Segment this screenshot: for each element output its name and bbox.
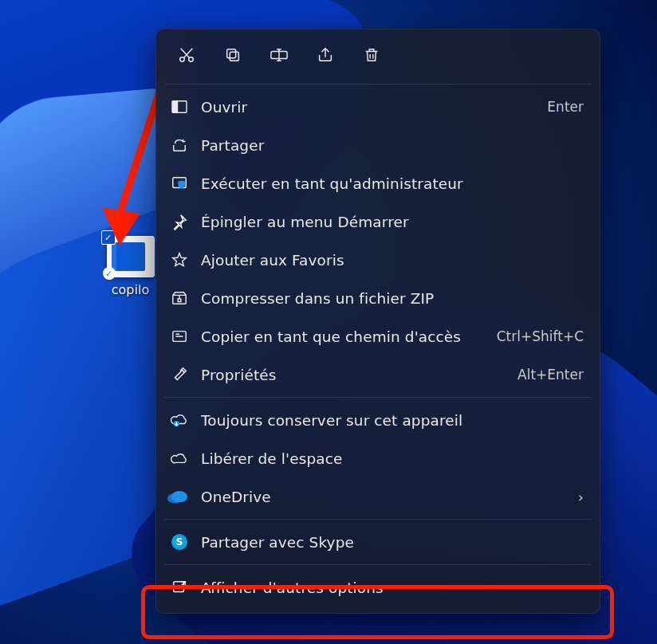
menu-separator [164,564,592,565]
scissors-icon [178,46,195,64]
onedrive-icon [169,487,190,506]
trash-icon [363,46,380,64]
rename-button[interactable] [258,37,300,73]
share-icon [317,46,334,64]
shield-admin-icon [169,174,190,193]
cloud-download-icon [169,410,190,430]
open-menu-item[interactable]: Ouvrir Enter [161,88,595,126]
share-arrow-icon [169,135,190,155]
context-menu-toolbar [161,36,595,80]
menu-item-label: Toujours conserver sur cet appareil [201,412,584,429]
menu-item-label: Partager avec Skype [201,534,584,551]
menu-item-label: Afficher d'autres options [201,579,584,596]
wrench-icon [169,365,190,384]
selected-checkmark-icon: ✓ [101,230,116,245]
svg-rect-5 [227,49,236,58]
share-with-skype-menu-item[interactable]: S Partager avec Skype [161,523,595,561]
delete-button[interactable] [351,37,392,73]
chevron-right-icon: › [578,489,584,505]
svg-rect-8 [172,101,178,112]
pin-icon [169,212,190,231]
zip-icon [169,289,190,308]
menu-item-shortcut: Alt+Enter [517,367,584,383]
copy-icon [224,46,242,64]
share-menu-item[interactable]: Partager [161,126,595,164]
star-icon [169,250,190,269]
menu-item-label: OneDrive [201,489,567,505]
menu-item-label: Copier en tant que chemin d'accès [201,328,486,345]
compress-zip-menu-item[interactable]: Compresser dans un fichier ZIP [161,279,595,317]
show-more-options-menu-item[interactable]: Afficher d'autres options [161,568,595,607]
menu-separator [164,519,592,520]
menu-item-label: Libérer de l'espace [201,450,584,467]
properties-menu-item[interactable]: Propriétés Alt+Enter [161,355,595,394]
pin-to-start-menu-item[interactable]: Épingler au menu Démarrer [161,202,595,241]
onedrive-menu-item[interactable]: OneDrive › [161,477,595,516]
menu-item-label: Partager [201,137,584,154]
file-thumbnail: ✓ ✓ [107,236,155,277]
open-with-icon [169,578,190,597]
svg-rect-4 [230,52,238,61]
cloud-icon [169,449,190,468]
svg-rect-12 [174,582,184,592]
rename-icon [269,46,289,64]
open-icon [169,97,190,116]
skype-icon: S [169,532,190,552]
add-to-favorites-menu-item[interactable]: Ajouter aux Favoris [161,241,595,279]
free-up-space-menu-item[interactable]: Libérer de l'espace [161,439,595,477]
menu-item-shortcut: Enter [547,99,584,115]
copy-as-path-menu-item[interactable]: Copier en tant que chemin d'accès Ctrl+S… [161,317,595,355]
run-as-admin-menu-item[interactable]: Exécuter en tant qu'administrateur [161,164,595,202]
menu-item-label: Ajouter aux Favoris [201,252,584,269]
menu-item-label: Propriétés [201,367,506,383]
share-button[interactable] [305,37,346,73]
copy-button[interactable] [212,37,254,73]
sync-status-icon: ✓ [103,267,116,280]
menu-item-label: Exécuter en tant qu'administrateur [201,175,584,192]
menu-item-label: Compresser dans un fichier ZIP [201,290,584,307]
cut-button[interactable] [166,37,207,73]
menu-item-label: Épingler au menu Démarrer [201,214,584,230]
menu-item-label: Ouvrir [201,99,536,116]
menu-separator [164,397,592,398]
copy-path-icon [169,327,190,346]
menu-item-shortcut: Ctrl+Shift+C [497,328,584,344]
context-menu: Ouvrir Enter Partager Exécuter en tant q… [155,29,600,614]
menu-separator [164,84,592,84]
svg-point-3 [189,57,194,62]
desktop-file-label: copilo [100,282,160,297]
always-keep-menu-item[interactable]: Toujours conserver sur cet appareil [161,401,595,439]
svg-point-2 [180,57,185,62]
desktop-file-icon[interactable]: ✓ ✓ copilo [100,236,160,297]
